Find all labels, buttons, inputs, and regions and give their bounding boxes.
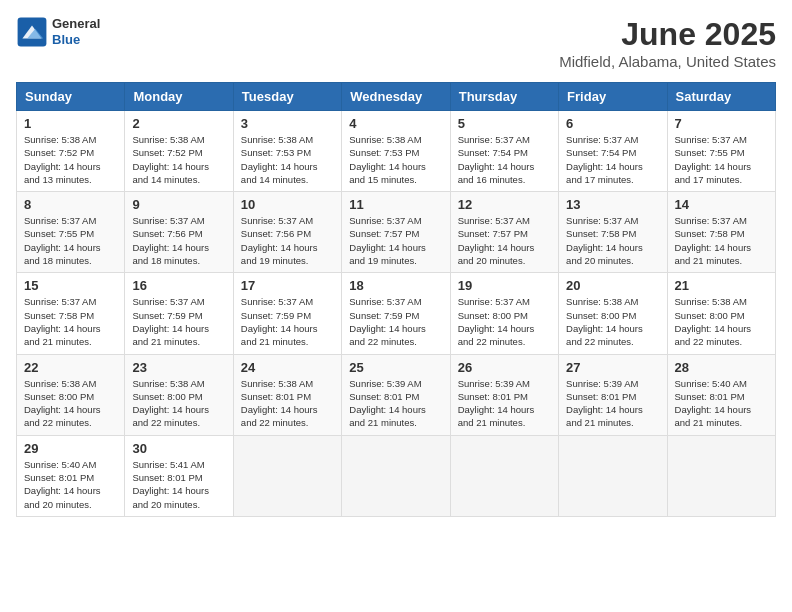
calendar-cell: 13 Sunrise: 5:37 AM Sunset: 7:58 PM Dayl… — [559, 192, 667, 273]
calendar-cell: 20 Sunrise: 5:38 AM Sunset: 8:00 PM Dayl… — [559, 273, 667, 354]
day-number: 25 — [349, 360, 442, 375]
day-info: Sunrise: 5:37 AM Sunset: 8:00 PM Dayligh… — [458, 295, 551, 348]
day-info: Sunrise: 5:38 AM Sunset: 8:00 PM Dayligh… — [24, 377, 117, 430]
logo: General Blue — [16, 16, 100, 48]
day-info: Sunrise: 5:40 AM Sunset: 8:01 PM Dayligh… — [24, 458, 117, 511]
logo-text: General Blue — [52, 16, 100, 47]
day-number: 16 — [132, 278, 225, 293]
calendar-table: Sunday Monday Tuesday Wednesday Thursday… — [16, 82, 776, 517]
logo-general: General — [52, 16, 100, 32]
day-number: 1 — [24, 116, 117, 131]
logo-blue: Blue — [52, 32, 100, 48]
page-subtitle: Midfield, Alabama, United States — [559, 53, 776, 70]
calendar-cell: 29 Sunrise: 5:40 AM Sunset: 8:01 PM Dayl… — [17, 435, 125, 516]
calendar-cell — [667, 435, 775, 516]
day-info: Sunrise: 5:37 AM Sunset: 7:58 PM Dayligh… — [675, 214, 768, 267]
day-info: Sunrise: 5:37 AM Sunset: 7:58 PM Dayligh… — [24, 295, 117, 348]
calendar-row: 1 Sunrise: 5:38 AM Sunset: 7:52 PM Dayli… — [17, 111, 776, 192]
day-number: 5 — [458, 116, 551, 131]
header-monday: Monday — [125, 83, 233, 111]
day-number: 3 — [241, 116, 334, 131]
day-info: Sunrise: 5:37 AM Sunset: 7:55 PM Dayligh… — [675, 133, 768, 186]
calendar-cell: 14 Sunrise: 5:37 AM Sunset: 7:58 PM Dayl… — [667, 192, 775, 273]
calendar-cell: 21 Sunrise: 5:38 AM Sunset: 8:00 PM Dayl… — [667, 273, 775, 354]
day-info: Sunrise: 5:39 AM Sunset: 8:01 PM Dayligh… — [566, 377, 659, 430]
day-number: 10 — [241, 197, 334, 212]
day-number: 19 — [458, 278, 551, 293]
day-number: 15 — [24, 278, 117, 293]
day-number: 20 — [566, 278, 659, 293]
day-info: Sunrise: 5:37 AM Sunset: 7:58 PM Dayligh… — [566, 214, 659, 267]
day-info: Sunrise: 5:37 AM Sunset: 7:56 PM Dayligh… — [132, 214, 225, 267]
day-number: 8 — [24, 197, 117, 212]
day-info: Sunrise: 5:37 AM Sunset: 7:59 PM Dayligh… — [132, 295, 225, 348]
calendar-cell: 4 Sunrise: 5:38 AM Sunset: 7:53 PM Dayli… — [342, 111, 450, 192]
day-number: 12 — [458, 197, 551, 212]
calendar-row: 22 Sunrise: 5:38 AM Sunset: 8:00 PM Dayl… — [17, 354, 776, 435]
day-info: Sunrise: 5:37 AM Sunset: 7:59 PM Dayligh… — [349, 295, 442, 348]
day-number: 21 — [675, 278, 768, 293]
calendar-cell: 24 Sunrise: 5:38 AM Sunset: 8:01 PM Dayl… — [233, 354, 341, 435]
calendar-cell: 9 Sunrise: 5:37 AM Sunset: 7:56 PM Dayli… — [125, 192, 233, 273]
day-info: Sunrise: 5:37 AM Sunset: 7:59 PM Dayligh… — [241, 295, 334, 348]
header-tuesday: Tuesday — [233, 83, 341, 111]
calendar-cell: 25 Sunrise: 5:39 AM Sunset: 8:01 PM Dayl… — [342, 354, 450, 435]
header-thursday: Thursday — [450, 83, 558, 111]
calendar-cell: 3 Sunrise: 5:38 AM Sunset: 7:53 PM Dayli… — [233, 111, 341, 192]
day-info: Sunrise: 5:38 AM Sunset: 8:00 PM Dayligh… — [675, 295, 768, 348]
day-info: Sunrise: 5:39 AM Sunset: 8:01 PM Dayligh… — [458, 377, 551, 430]
day-number: 27 — [566, 360, 659, 375]
day-info: Sunrise: 5:37 AM Sunset: 7:55 PM Dayligh… — [24, 214, 117, 267]
day-number: 14 — [675, 197, 768, 212]
day-number: 4 — [349, 116, 442, 131]
calendar-cell: 11 Sunrise: 5:37 AM Sunset: 7:57 PM Dayl… — [342, 192, 450, 273]
calendar-cell — [342, 435, 450, 516]
calendar-row: 15 Sunrise: 5:37 AM Sunset: 7:58 PM Dayl… — [17, 273, 776, 354]
calendar-cell: 17 Sunrise: 5:37 AM Sunset: 7:59 PM Dayl… — [233, 273, 341, 354]
page-title: June 2025 — [559, 16, 776, 53]
header-saturday: Saturday — [667, 83, 775, 111]
calendar-cell: 22 Sunrise: 5:38 AM Sunset: 8:00 PM Dayl… — [17, 354, 125, 435]
calendar-cell — [559, 435, 667, 516]
day-number: 22 — [24, 360, 117, 375]
day-number: 11 — [349, 197, 442, 212]
day-number: 18 — [349, 278, 442, 293]
day-info: Sunrise: 5:37 AM Sunset: 7:57 PM Dayligh… — [458, 214, 551, 267]
day-info: Sunrise: 5:38 AM Sunset: 7:52 PM Dayligh… — [24, 133, 117, 186]
day-number: 7 — [675, 116, 768, 131]
calendar-cell: 15 Sunrise: 5:37 AM Sunset: 7:58 PM Dayl… — [17, 273, 125, 354]
day-number: 26 — [458, 360, 551, 375]
day-info: Sunrise: 5:40 AM Sunset: 8:01 PM Dayligh… — [675, 377, 768, 430]
day-number: 2 — [132, 116, 225, 131]
calendar-cell: 10 Sunrise: 5:37 AM Sunset: 7:56 PM Dayl… — [233, 192, 341, 273]
day-info: Sunrise: 5:38 AM Sunset: 7:53 PM Dayligh… — [349, 133, 442, 186]
header-wednesday: Wednesday — [342, 83, 450, 111]
day-number: 13 — [566, 197, 659, 212]
day-number: 9 — [132, 197, 225, 212]
calendar-cell: 16 Sunrise: 5:37 AM Sunset: 7:59 PM Dayl… — [125, 273, 233, 354]
calendar-cell: 18 Sunrise: 5:37 AM Sunset: 7:59 PM Dayl… — [342, 273, 450, 354]
calendar-cell — [233, 435, 341, 516]
calendar-cell: 12 Sunrise: 5:37 AM Sunset: 7:57 PM Dayl… — [450, 192, 558, 273]
calendar-cell — [450, 435, 558, 516]
calendar-cell: 19 Sunrise: 5:37 AM Sunset: 8:00 PM Dayl… — [450, 273, 558, 354]
day-info: Sunrise: 5:38 AM Sunset: 8:01 PM Dayligh… — [241, 377, 334, 430]
day-info: Sunrise: 5:38 AM Sunset: 7:52 PM Dayligh… — [132, 133, 225, 186]
day-number: 29 — [24, 441, 117, 456]
calendar-body: 1 Sunrise: 5:38 AM Sunset: 7:52 PM Dayli… — [17, 111, 776, 517]
calendar-cell: 30 Sunrise: 5:41 AM Sunset: 8:01 PM Dayl… — [125, 435, 233, 516]
calendar-cell: 28 Sunrise: 5:40 AM Sunset: 8:01 PM Dayl… — [667, 354, 775, 435]
day-info: Sunrise: 5:38 AM Sunset: 7:53 PM Dayligh… — [241, 133, 334, 186]
day-info: Sunrise: 5:37 AM Sunset: 7:54 PM Dayligh… — [566, 133, 659, 186]
calendar-cell: 7 Sunrise: 5:37 AM Sunset: 7:55 PM Dayli… — [667, 111, 775, 192]
day-number: 17 — [241, 278, 334, 293]
calendar-cell: 1 Sunrise: 5:38 AM Sunset: 7:52 PM Dayli… — [17, 111, 125, 192]
day-number: 6 — [566, 116, 659, 131]
logo-icon — [16, 16, 48, 48]
day-info: Sunrise: 5:38 AM Sunset: 8:00 PM Dayligh… — [566, 295, 659, 348]
calendar-cell: 23 Sunrise: 5:38 AM Sunset: 8:00 PM Dayl… — [125, 354, 233, 435]
day-info: Sunrise: 5:37 AM Sunset: 7:57 PM Dayligh… — [349, 214, 442, 267]
header-friday: Friday — [559, 83, 667, 111]
calendar-cell: 8 Sunrise: 5:37 AM Sunset: 7:55 PM Dayli… — [17, 192, 125, 273]
day-info: Sunrise: 5:39 AM Sunset: 8:01 PM Dayligh… — [349, 377, 442, 430]
